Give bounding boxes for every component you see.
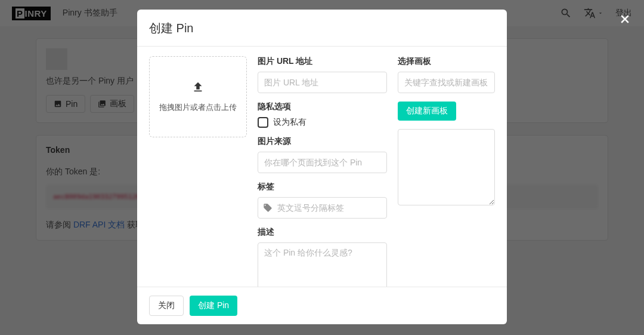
modal-header: 创建 Pin	[137, 10, 507, 47]
create-pin-modal: 创建 Pin 拖拽图片或者点击上传 图片 URL 地址 隐私选项	[137, 10, 507, 324]
referer-label: 图片来源	[258, 136, 387, 147]
close-icon	[619, 13, 631, 25]
upload-dropzone[interactable]: 拖拽图片或者点击上传	[149, 56, 247, 137]
image-url-input[interactable]	[258, 72, 387, 93]
create-pin-button[interactable]: 创建 Pin	[190, 296, 237, 316]
create-board-button[interactable]: 创建新画板	[398, 102, 456, 121]
modal-title: 创建 Pin	[149, 20, 495, 36]
description-textarea[interactable]	[258, 242, 387, 287]
referer-input[interactable]	[258, 152, 387, 173]
dropzone-label: 拖拽图片或者点击上传	[159, 102, 237, 113]
board-select-area[interactable]	[398, 129, 495, 205]
modal-close-x[interactable]	[618, 12, 632, 26]
upload-icon	[191, 81, 205, 94]
modal-footer: 关闭 创建 Pin	[137, 287, 507, 324]
tags-input[interactable]	[277, 203, 382, 213]
tags-label: 标签	[258, 182, 387, 192]
private-checkbox-label: 设为私有	[273, 117, 306, 128]
image-url-label: 图片 URL 地址	[258, 56, 387, 67]
tag-input-wrap[interactable]	[258, 197, 387, 219]
board-search-input[interactable]	[398, 72, 495, 93]
close-button[interactable]: 关闭	[149, 296, 184, 316]
private-checkbox[interactable]	[258, 117, 268, 128]
privacy-label: 隐私选项	[258, 102, 387, 112]
modal-body: 拖拽图片或者点击上传 图片 URL 地址 隐私选项 设为私有	[137, 47, 507, 287]
tag-icon	[263, 203, 273, 213]
description-label: 描述	[258, 227, 387, 238]
board-label: 选择画板	[398, 56, 495, 67]
